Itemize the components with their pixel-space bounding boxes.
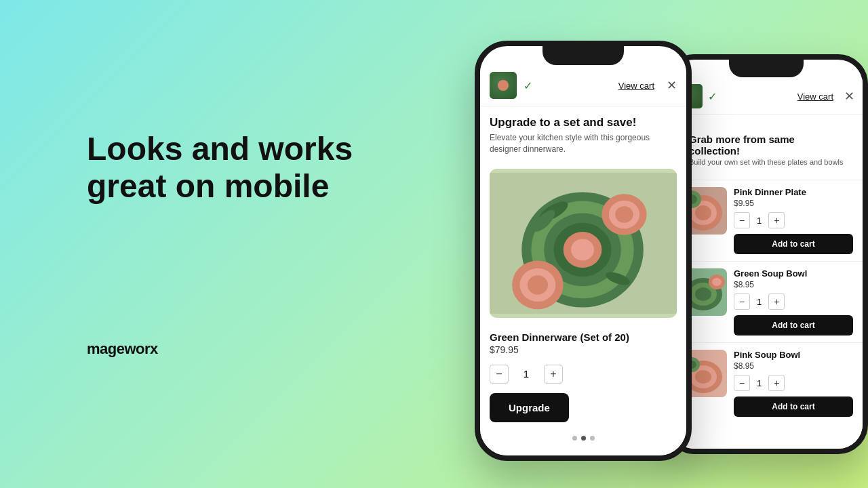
add-to-cart-button-1[interactable]: Add to cart — [734, 234, 853, 254]
phone-2-close-icon[interactable]: ✕ — [844, 89, 854, 104]
phone-1-product-name: Green Dinnerware (Set of 20) — [480, 325, 686, 344]
item-details-1: Pink Dinner Plate $9.95 − 1 + Add to car… — [734, 187, 853, 254]
dot-1 — [572, 436, 577, 441]
phone-2-notch — [729, 60, 804, 77]
upgrade-button[interactable]: Upgrade — [490, 393, 569, 422]
item-qty-num-2: 1 — [757, 297, 762, 307]
phone-2: ✓ View cart ✕ Grab more from same collec… — [665, 54, 868, 454]
left-content: Looks and works great on mobile mageworx — [87, 130, 353, 358]
phone-1-screen: ✓ View cart ✕ Upgrade to a set and save!… — [480, 65, 686, 455]
item-price-1: $9.95 — [734, 199, 853, 208]
product-list-item-3: Pink Soup Bowl $8.95 − 1 + Add to cart — [670, 342, 863, 424]
svg-point-27 — [712, 278, 722, 286]
phone-2-header-desc: Build your own set with these plates and… — [679, 158, 853, 173]
item-qty-row-3: − 1 + — [734, 375, 853, 391]
add-to-cart-button-3[interactable]: Add to cart — [734, 396, 853, 417]
phone-2-view-cart-link[interactable]: View cart — [797, 92, 833, 102]
item-qty-minus-2[interactable]: − — [734, 293, 750, 310]
phone-2-header: Grab more from same collection! Build yo… — [670, 115, 863, 180]
item-qty-num-1: 1 — [757, 216, 762, 226]
item-details-2: Green Soup Bowl $8.95 − 1 + Add to cart — [734, 268, 853, 336]
item-qty-minus-1[interactable]: − — [734, 212, 750, 228]
add-to-cart-button-2[interactable]: Add to cart — [734, 315, 853, 336]
item-qty-row-1: − 1 + — [734, 212, 853, 228]
item-price-2: $8.95 — [734, 280, 853, 289]
logo: mageworx — [87, 340, 353, 358]
item-qty-minus-3[interactable]: − — [734, 375, 750, 391]
phone-2-check-icon: ✓ — [708, 90, 717, 103]
phones-container: ✓ View cart ✕ Upgrade to a set and save!… — [475, 0, 868, 488]
item-name-1: Pink Dinner Plate — [734, 187, 853, 197]
dot-2-active — [581, 436, 586, 441]
phone-1-upsell: Upgrade to a set and save! Elevate your … — [480, 106, 686, 162]
phone-1-upsell-desc: Elevate your kitchen style with this gor… — [490, 132, 677, 155]
item-name-3: Pink Soup Bowl — [734, 350, 853, 360]
phone-1-qty-num: 1 — [519, 368, 533, 380]
item-price-3: $8.95 — [734, 361, 853, 371]
phone-1-product-price: $79.95 — [480, 344, 686, 362]
product-list-item-1: Pink Dinner Plate $9.95 − 1 + Add to car… — [670, 180, 863, 261]
svg-point-31 — [695, 370, 711, 384]
phone-1-cart-bar: ✓ View cart ✕ — [480, 65, 686, 106]
phone-2-cart-bar: ✓ View cart ✕ — [670, 79, 863, 115]
svg-point-9 — [528, 275, 548, 294]
svg-point-15 — [615, 206, 633, 223]
item-qty-plus-2[interactable]: + — [768, 293, 785, 310]
phone-1-cart-thumb — [490, 72, 517, 99]
svg-point-19 — [695, 205, 711, 220]
svg-point-25 — [695, 287, 711, 301]
dot-3 — [590, 436, 595, 441]
phone-1-dots — [480, 430, 686, 446]
phone-1-close-icon[interactable]: ✕ — [667, 78, 677, 93]
item-qty-num-3: 1 — [757, 378, 762, 388]
item-qty-row-2: − 1 + — [734, 293, 853, 310]
product-list-item-2: Green Soup Bowl $8.95 − 1 + Add to cart — [670, 261, 863, 342]
phone-1: ✓ View cart ✕ Upgrade to a set and save!… — [475, 41, 692, 461]
item-qty-plus-3[interactable]: + — [768, 375, 785, 391]
phone-1-product-image — [490, 169, 677, 318]
svg-point-6 — [571, 239, 594, 260]
phone-1-check-icon: ✓ — [524, 79, 532, 92]
item-details-3: Pink Soup Bowl $8.95 − 1 + Add to cart — [734, 350, 853, 417]
phone-2-header-title: Grab more from same collection! — [679, 124, 853, 158]
phone-1-notch — [542, 46, 624, 65]
dinnerware-svg — [490, 169, 677, 318]
phone-2-screen: ✓ View cart ✕ Grab more from same collec… — [670, 79, 863, 449]
headline: Looks and works great on mobile — [87, 130, 353, 205]
phone-1-qty-plus[interactable]: + — [544, 365, 563, 384]
item-qty-plus-1[interactable]: + — [768, 212, 785, 228]
phone-1-cart-thumb-img — [490, 72, 517, 99]
item-name-2: Green Soup Bowl — [734, 268, 853, 279]
phone-1-qty-minus[interactable]: − — [490, 365, 509, 384]
phone-1-view-cart-link[interactable]: View cart — [618, 81, 654, 91]
phone-1-upsell-title: Upgrade to a set and save! — [490, 116, 677, 129]
phone-1-qty-row: − 1 + — [480, 362, 686, 390]
